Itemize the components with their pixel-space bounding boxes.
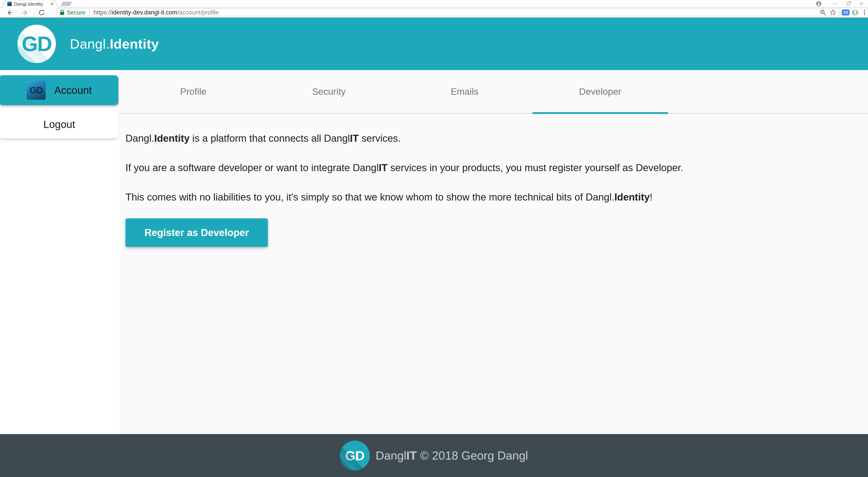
zoom-icon[interactable] xyxy=(819,9,827,16)
browser-window: GD Dangl.Identity × × xyxy=(0,0,868,477)
sidebar-item-logout[interactable]: Logout xyxy=(0,110,119,138)
restore-button[interactable] xyxy=(842,0,855,7)
omnibox-separator: | xyxy=(89,9,90,16)
browser-menu-icon[interactable] xyxy=(864,9,865,16)
browser-tab[interactable]: GD Dangl.Identity × xyxy=(2,0,58,8)
main-area: GD Account Logout Profile Security Email… xyxy=(0,70,868,434)
paragraph-liabilities: This comes with no liabilities to you, i… xyxy=(125,189,859,205)
account-tabs: Profile Security Emails Developer xyxy=(119,70,868,114)
tab-developer[interactable]: Developer xyxy=(532,70,668,113)
profile-icon[interactable] xyxy=(816,1,822,6)
secure-label: Secure xyxy=(67,9,86,16)
tab-emails[interactable]: Emails xyxy=(397,70,532,113)
extension-swirl-icon[interactable] xyxy=(852,9,858,16)
new-tab-button[interactable] xyxy=(60,2,72,6)
address-bar[interactable]: Secure | https:// identity-dev.dangl-it.… xyxy=(56,8,839,16)
close-button[interactable]: × xyxy=(855,0,868,7)
browser-titlebar: GD Dangl.Identity × × xyxy=(0,0,868,8)
reload-icon[interactable] xyxy=(38,9,45,16)
back-icon[interactable] xyxy=(6,9,13,16)
tab-title: Dangl.Identity xyxy=(14,1,43,7)
extension-tag-icon[interactable] xyxy=(842,9,849,16)
footer-gd-logo: GD xyxy=(340,441,370,471)
title-prefix: Dangl. xyxy=(70,36,110,52)
footer-copyright: DanglIT © 2018 Georg Dangl xyxy=(376,449,528,462)
footer-text-suffix: © 2018 Georg Dangl xyxy=(417,449,528,462)
page-title[interactable]: Dangl.Identity xyxy=(70,36,159,52)
tab-close-icon[interactable]: × xyxy=(50,0,54,8)
paragraph-register-info: If you are a software developer or want … xyxy=(125,159,859,176)
title-bold: Identity xyxy=(110,36,159,52)
url-host: identity-dev.dangl-it.com xyxy=(112,9,178,16)
footer-text-bold: IT xyxy=(406,449,417,462)
content-area: Profile Security Emails Developer Dangl.… xyxy=(119,70,868,434)
dangl-identity-logo[interactable]: GD xyxy=(18,25,56,63)
window-controls: × xyxy=(829,0,868,7)
forward-icon[interactable] xyxy=(22,9,29,16)
url-scheme: https:// xyxy=(93,9,112,16)
footer: GD DanglIT © 2018 Georg Dangl xyxy=(0,434,868,477)
developer-tab-content: Dangl.Identity is a platform that connec… xyxy=(119,114,868,247)
minimize-button[interactable] xyxy=(829,0,842,7)
account-gd-icon: GD xyxy=(27,81,46,100)
url-path: /account/profile xyxy=(178,9,219,16)
paragraph-intro: Dangl.Identity is a platform that connec… xyxy=(125,130,859,147)
logo-gd-text: GD xyxy=(22,32,52,56)
app-header: GD Dangl.Identity xyxy=(0,18,868,70)
tab-profile[interactable]: Profile xyxy=(125,70,261,113)
footer-text-prefix: Dangl xyxy=(376,449,406,462)
tab-favicon-gd-icon: GD xyxy=(7,2,12,6)
bookmark-star-icon[interactable] xyxy=(830,9,836,16)
sidebar-item-label: Logout xyxy=(43,118,75,130)
register-as-developer-button[interactable]: Register as Developer xyxy=(125,218,268,247)
sidebar-item-account[interactable]: GD Account xyxy=(0,75,119,105)
sidebar-item-label: Account xyxy=(54,84,92,96)
tab-security[interactable]: Security xyxy=(261,70,397,113)
browser-toolbar: Secure | https:// identity-dev.dangl-it.… xyxy=(0,8,868,18)
footer-logo-text: GD xyxy=(345,448,364,463)
secure-lock-icon xyxy=(59,9,65,16)
sidebar: GD Account Logout xyxy=(0,70,119,434)
